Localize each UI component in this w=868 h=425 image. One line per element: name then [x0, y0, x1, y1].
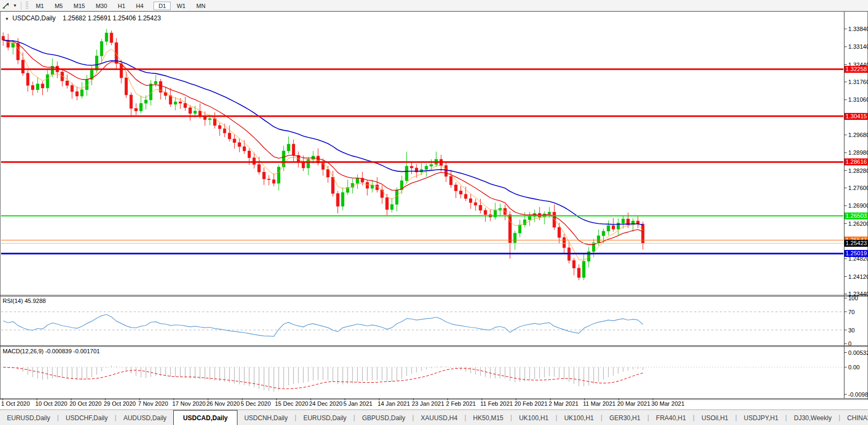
candle-body: [602, 231, 605, 236]
candle-body: [278, 167, 280, 183]
candle-body: [641, 224, 644, 244]
candle-body: [135, 109, 137, 111]
price-axis-label: 1.28280: [848, 168, 868, 174]
candle-body: [272, 180, 275, 184]
chart-tab-xauusd-h4[interactable]: XAUUSD,H4: [414, 410, 465, 425]
candle-body: [258, 164, 260, 172]
chart-tab-uk100-h1[interactable]: UK100,H1: [557, 410, 601, 425]
price-line-tag[interactable]: 1.32258: [844, 66, 868, 73]
candle-body: [169, 96, 172, 104]
date-axis-label: 5 Jan 2021: [343, 400, 372, 407]
candle-body: [36, 84, 39, 90]
candle-body: [395, 190, 398, 204]
chart-tab-fra40-h1[interactable]: FRA40,H1: [649, 410, 693, 425]
candle-body: [149, 84, 152, 100]
candle-body: [518, 225, 521, 233]
price-axis-label: 1.26900: [848, 202, 868, 209]
candle-body: [75, 92, 78, 96]
candle-body: [582, 261, 585, 277]
date-axis-label: 7 Nov 2020: [138, 400, 168, 407]
candle-body: [174, 102, 176, 104]
candle-body: [509, 215, 511, 242]
macd-axis-label: 0.005329: [848, 350, 868, 356]
candle-body: [332, 177, 334, 193]
candle-body: [140, 103, 142, 111]
chart-tab-usdcad-daily[interactable]: USDCAD,Daily: [173, 410, 237, 425]
candle-body: [17, 43, 19, 60]
chart-tab-usdjpy-h1[interactable]: USDJPY,H1: [737, 410, 785, 425]
macd-axis-label: -0.009818: [848, 391, 868, 398]
date-axis-label: 1 Oct 2020: [1, 400, 30, 407]
date-axis-label: 5 Dec 2020: [241, 400, 271, 407]
date-axis-label: 29 Oct 2020: [104, 400, 136, 407]
date-axis-label: 2 Feb 2021: [446, 400, 476, 407]
candle-body: [513, 233, 516, 243]
chart-tab-gbpusd-daily[interactable]: GBPUSD,Daily: [355, 410, 412, 425]
date-axis-label: 2 Mar 2021: [549, 400, 579, 407]
chart-tab-usdchf-daily[interactable]: USDCHF,Daily: [59, 410, 115, 425]
price-axis-label: 1.33840: [848, 26, 868, 32]
date-axis-label: 11 Mar 2021: [583, 400, 616, 407]
date-axis-label: 30 Mar 2021: [651, 400, 685, 407]
chart-tab-dj30-weekly[interactable]: DJ30,Weekly: [787, 410, 838, 425]
candle-body: [267, 179, 270, 179]
date-axis-label: 15 Dec 2020: [275, 400, 308, 407]
rsi-axis-label: 30: [848, 327, 855, 333]
chart-tab-eurusd-daily[interactable]: EURUSD,Daily: [0, 410, 57, 425]
date-axis-label: 11 Feb 2021: [480, 400, 513, 407]
candle-body: [105, 33, 108, 42]
rsi-axis-label: 0: [848, 340, 851, 347]
price-axis-label: 1.24120: [848, 274, 868, 280]
candle-body: [120, 64, 122, 78]
candle-body: [474, 203, 477, 206]
chart-tab-usoil-h1[interactable]: USOil,H1: [695, 410, 735, 425]
candle-body: [184, 103, 187, 108]
candle-body: [469, 199, 472, 203]
candle-body: [26, 73, 29, 86]
price-axis-label: 1.28980: [848, 149, 868, 156]
candle-body: [32, 86, 34, 90]
candle-body: [71, 86, 73, 92]
candle-body: [233, 139, 236, 143]
price-line-tag[interactable]: 1.25019: [844, 250, 868, 257]
candle-body: [390, 204, 393, 210]
candle-body: [21, 60, 24, 73]
candle-body: [528, 216, 531, 219]
candle-body: [66, 81, 68, 86]
price-line-tag[interactable]: 1.26503: [844, 212, 868, 219]
price-axis-label: 1.31760: [848, 79, 868, 85]
candle-body: [223, 129, 226, 133]
chart-tab-usdcnh-daily[interactable]: USDCNH,Daily: [237, 410, 295, 425]
date-axis-label: 20 Mar 2021: [617, 400, 650, 407]
chart-tab-china300-h1[interactable]: CHINA300,H1: [840, 410, 868, 425]
bid-price-tag: 1.25423: [844, 240, 868, 247]
candle-body: [563, 238, 565, 248]
candle-body: [144, 100, 147, 103]
rsi-axis-label: 100: [848, 295, 858, 301]
chart-tab-audusd-daily[interactable]: AUDUSD,Daily: [117, 410, 174, 425]
price-line-tag[interactable]: 1.28616: [844, 158, 868, 165]
candle-body: [282, 151, 285, 167]
candle-body: [336, 193, 339, 206]
price-line-tag[interactable]: 1.30415: [844, 113, 868, 120]
chart-tab-uk100-h1[interactable]: UK100,H1: [512, 410, 555, 425]
candle-body: [155, 81, 157, 84]
candle-body: [41, 84, 44, 88]
candle-body: [243, 147, 245, 151]
price-axis-label: 1.31060: [848, 96, 868, 103]
candle-body: [553, 212, 556, 227]
candle-body: [479, 205, 482, 210]
candle-body: [341, 193, 344, 207]
candle-body: [366, 183, 368, 188]
chart-tab-eurusd-daily[interactable]: EURUSD,Daily: [296, 410, 354, 425]
candle-body: [302, 162, 305, 168]
chart-tab-hk50-m15[interactable]: HK50,M15: [466, 410, 511, 425]
candle-body: [327, 170, 329, 177]
date-axis-label: 17 Nov 2020: [172, 400, 205, 407]
candle-body: [464, 194, 467, 199]
candle-body: [2, 36, 4, 40]
date-axis-label: 26 Nov 2020: [206, 400, 240, 407]
price-axis-label: 1.27600: [848, 185, 868, 191]
chart-tab-ger30-h1[interactable]: GER30,H1: [602, 410, 647, 425]
collapse-caret-icon[interactable]: ▼: [5, 17, 9, 21]
